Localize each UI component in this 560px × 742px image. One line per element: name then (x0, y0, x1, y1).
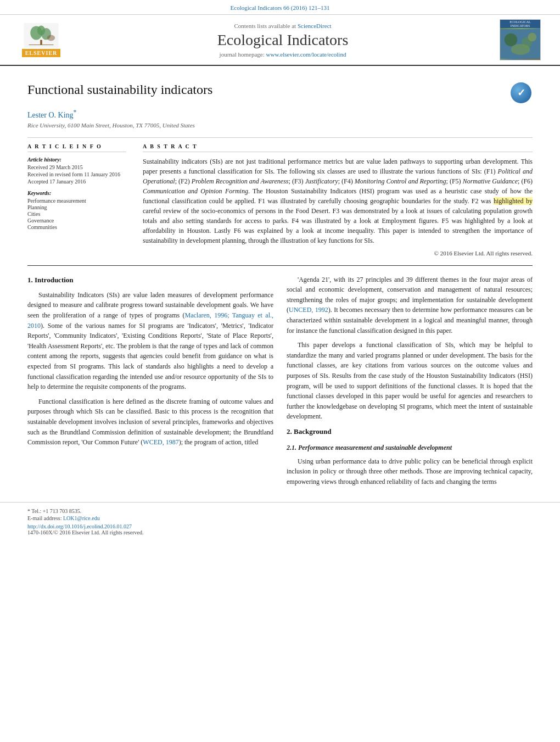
ref-unced[interactable]: UNCED, 1992 (289, 306, 328, 314)
intro-para-2: Functional classification is here define… (27, 397, 273, 448)
article-info-column: A R T I C L E I N F O Article history: R… (27, 143, 126, 256)
keyword-4: Governance (27, 217, 126, 224)
author-name: Lester O. King (27, 111, 74, 119)
keyword-3: Cities (27, 211, 126, 217)
author-line: Lester O. King* (27, 109, 533, 120)
history-label: Article history: (27, 157, 126, 163)
issn-line: 1470-160X/© 2016 Elsevier Ltd. All right… (27, 529, 533, 535)
svg-point-3 (37, 25, 45, 35)
article-history: Article history: Received 29 March 2015 … (27, 157, 126, 185)
email-link[interactable]: LOK1@rice.edu (63, 515, 100, 521)
keyword-5: Communities (27, 224, 126, 230)
svg-point-8 (505, 34, 517, 46)
intro-para-1: Sustainability Indicators (SIs) are valu… (27, 290, 273, 392)
body-right-column: 'Agenda 21', with its 27 principles and … (287, 275, 533, 492)
crossmark-badge-container: ✓ (511, 82, 533, 103)
abstract-title: A B S T R A C T (143, 143, 533, 152)
journal-homepage-link[interactable]: www.elsevier.com/locate/ecolind (266, 51, 346, 58)
email-label: E-mail address: (27, 515, 61, 521)
subsection-2-1-heading: 2.1. Performance measurement and sustain… (287, 443, 533, 453)
received-date: Received 29 March 2015 (27, 164, 126, 170)
email-line: E-mail address: LOK1@rice.edu (27, 515, 533, 521)
journal-thumbnail: ECOLOGICAL INDICATORS (500, 19, 544, 60)
body-divider (27, 265, 533, 266)
thumb-image (500, 28, 540, 60)
svg-rect-4 (40, 40, 42, 44)
journal-center: Contents lists available at ScienceDirec… (66, 23, 500, 58)
keyword-2: Planning (27, 204, 126, 210)
highlighted-text: highlighted by (494, 197, 533, 205)
keyword-1: Performance measurement (27, 198, 126, 204)
doi-link[interactable]: http://dx.doi.org/10.1016/j.ecolind.2016… (27, 523, 132, 529)
issn-text: 1470-160X/© 2016 Elsevier Ltd. All right… (27, 529, 143, 535)
keywords-label: Keywords: (27, 190, 126, 196)
footnote: * Tel.: +1 713 703 8535. (27, 508, 533, 514)
keywords-section: Keywords: Performance measurement Planni… (27, 190, 126, 230)
elsevier-brand-text: ELSEVIER (22, 49, 61, 57)
revised-date: Received in revised form 11 January 2016 (27, 171, 126, 177)
ref-maclaren[interactable]: Maclaren, 1996; Tanguay et al., 2010 (27, 311, 273, 330)
body-left-column: 1. Introduction Sustainability Indicator… (27, 275, 273, 492)
journal-title: Ecological Indicators (77, 31, 489, 49)
elsevier-logo: ELSEVIER (16, 23, 66, 57)
section2-para-1: Using urban performance data to drive pu… (287, 456, 533, 487)
article-title: Functional sustainability indicators (27, 82, 511, 97)
author-sup: * (74, 109, 77, 116)
section-1-heading: 1. Introduction (27, 275, 273, 286)
crossmark-icon: ✓ (511, 82, 531, 103)
abstract-text: Sustainability indicators (SIs) are not … (143, 157, 533, 246)
journal-header: ELSEVIER Contents lists available at Sci… (0, 14, 560, 66)
copyright-line: © 2016 Elsevier Ltd. All rights reserved… (143, 250, 533, 256)
accepted-date: Accepted 17 January 2016 (27, 178, 126, 185)
info-abstract-section: A R T I C L E I N F O Article history: R… (27, 143, 533, 256)
svg-point-5 (47, 35, 55, 41)
doi-line: http://dx.doi.org/10.1016/j.ecolind.2016… (27, 523, 533, 529)
section-2-heading: 2. Background (287, 426, 533, 437)
footnote-text: Tel.: +1 713 703 8535. (31, 508, 81, 514)
footnote-symbol: * (27, 508, 30, 514)
affiliation: Rice University, 6100 Main Street, Houst… (27, 122, 533, 129)
sciencedirect-line: Contents lists available at ScienceDirec… (77, 23, 489, 29)
article-info-title: A R T I C L E I N F O (27, 143, 126, 152)
svg-point-11 (528, 33, 537, 42)
thumb-label-text: ECOLOGICAL INDICATORS (500, 20, 540, 28)
journal-citation: Ecological Indicators 66 (2016) 121–131 (0, 0, 560, 12)
body-columns: 1. Introduction Sustainability Indicator… (27, 275, 533, 492)
article-title-section: Functional sustainability indicators ✓ (27, 82, 533, 103)
divider-1 (27, 137, 533, 138)
svg-point-10 (511, 44, 530, 55)
intro-para-3: 'Agenda 21', with its 27 principles and … (287, 275, 533, 336)
abstract-section: A B S T R A C T Sustainability indicator… (143, 143, 533, 256)
sciencedirect-link[interactable]: ScienceDirect (298, 23, 332, 29)
journal-homepage-line: journal homepage: www.elsevier.com/locat… (77, 51, 489, 58)
page-footer: * Tel.: +1 713 703 8535. E-mail address:… (0, 502, 560, 542)
elsevier-tree-icon (22, 23, 60, 48)
citation-text: Ecological Indicators 66 (2016) 121–131 (231, 4, 330, 11)
main-content: Functional sustainability indicators ✓ L… (0, 66, 560, 502)
intro-para-4: This paper develops a functional classif… (287, 340, 533, 422)
ref-wced[interactable]: WCED, 1987 (143, 438, 178, 446)
